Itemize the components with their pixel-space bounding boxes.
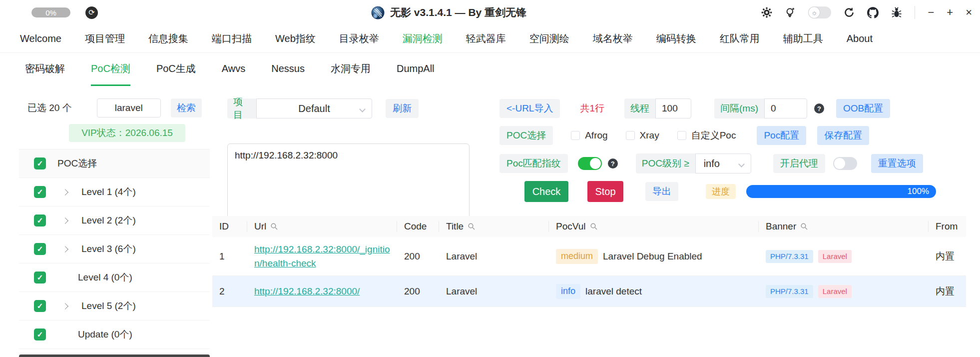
bug-icon[interactable] — [891, 7, 902, 18]
global-progress-pill: 0% — [31, 8, 70, 18]
nav-info-gather[interactable]: 信息搜集 — [148, 32, 188, 46]
result-url-link[interactable]: http://192.168.2.32:8000/_ignition/healt… — [254, 242, 397, 270]
cell-id: 1 — [212, 251, 247, 262]
nav-space-mapping[interactable]: 空间测绘 — [529, 32, 569, 46]
table-header: ID Url Code Title PocVul Banner — [212, 216, 966, 237]
poc-config-button[interactable]: Poc配置 — [757, 126, 806, 145]
tree-item-label: Update (0个) — [78, 328, 132, 341]
nav-vuln-scan[interactable]: 漏洞检测 — [403, 32, 443, 46]
url-import-button[interactable]: <-URL导入 — [499, 99, 560, 118]
app-title: 无影 v3.1.4.1 — By 重剑无锋 — [390, 6, 526, 20]
nav-about[interactable]: About — [847, 33, 873, 44]
results-table: ID Url Code Title PocVul Banner — [212, 216, 966, 307]
poc-search-button[interactable]: 检索 — [171, 98, 202, 118]
tree-item-level1[interactable]: ✓ Level 1 (4个) — [19, 178, 210, 206]
nav-light-weapons[interactable]: 轻武器库 — [466, 32, 506, 46]
theme-toggle[interactable]: ☼ — [808, 6, 831, 18]
search-icon[interactable] — [270, 222, 278, 230]
tree-item-level2[interactable]: ✓ Level 2 (2个) — [19, 206, 210, 235]
tree-item-level4[interactable]: ✓ Level 4 (0个) — [19, 264, 210, 292]
checkbox-checked-icon[interactable]: ✓ — [34, 243, 46, 255]
stop-button[interactable]: Stop — [587, 181, 623, 202]
fingerprint-match-toggle[interactable] — [578, 157, 602, 170]
nav-encode-convert[interactable]: 编码转换 — [656, 32, 696, 46]
table-row: 1 http://192.168.2.32:8000/_ignition/hea… — [212, 237, 966, 276]
afrog-checkbox-item[interactable]: Afrog — [571, 130, 607, 141]
chevron-right-icon[interactable] — [62, 303, 68, 310]
project-select[interactable]: Default — [256, 98, 372, 118]
lightbulb-icon[interactable] — [785, 7, 796, 18]
window-maximize-button[interactable]: + — [947, 7, 953, 18]
subtab-dumpall[interactable]: DumpAll — [397, 53, 435, 86]
nav-welcome[interactable]: Welcome — [20, 33, 61, 44]
cell-banner: PHP/7.3.31 Laravel — [759, 250, 929, 263]
refresh-button[interactable]: 刷新 — [386, 99, 419, 118]
subtab-nessus[interactable]: Nessus — [271, 53, 305, 86]
oob-config-button[interactable]: OOB配置 — [836, 99, 890, 118]
subtab-password-crack[interactable]: 密码破解 — [25, 53, 65, 86]
checkbox-unchecked-icon[interactable] — [677, 131, 686, 140]
subtab-awvs[interactable]: Awvs — [222, 53, 245, 86]
poc-level-select[interactable]: info — [695, 154, 751, 174]
window-close-button[interactable]: × — [966, 7, 972, 18]
proxy-toggle[interactable] — [833, 157, 857, 170]
result-url-link[interactable]: http://192.168.2.32:8000/ — [254, 284, 363, 298]
tree-item-level3[interactable]: ✓ Level 3 (6个) — [19, 235, 210, 264]
help-icon[interactable]: ? — [814, 104, 824, 114]
checkbox-checked-icon[interactable]: ✓ — [34, 272, 46, 284]
github-icon[interactable] — [867, 7, 879, 18]
save-config-button[interactable]: 保存配置 — [817, 126, 869, 145]
subtab-watering-hole[interactable]: 水洞专用 — [331, 53, 371, 86]
enable-proxy-button[interactable]: 开启代理 — [773, 154, 825, 173]
checkbox-checked-icon[interactable]: ✓ — [34, 158, 46, 170]
nav-domain-enum[interactable]: 域名枚举 — [593, 32, 633, 46]
xray-checkbox-item[interactable]: Xray — [626, 130, 659, 141]
checkbox-checked-icon[interactable]: ✓ — [34, 328, 46, 340]
custom-poc-checkbox-item[interactable]: 自定义Poc — [677, 129, 736, 142]
nav-redteam-common[interactable]: 红队常用 — [720, 32, 760, 46]
search-icon[interactable] — [590, 222, 598, 230]
chevron-right-icon[interactable] — [62, 218, 68, 224]
nav-web-fingerprint[interactable]: Web指纹 — [275, 32, 316, 46]
poc-select-button[interactable]: POC选择 — [499, 126, 553, 145]
tree-item-level5[interactable]: ✓ Level 5 (2个) — [19, 292, 210, 320]
checkbox-unchecked-icon[interactable] — [571, 131, 580, 140]
chevron-right-icon[interactable] — [62, 189, 68, 196]
reload-icon[interactable]: ⟳ — [85, 6, 98, 19]
poc-fingerprint-match-button[interactable]: Poc匹配指纹 — [499, 154, 568, 173]
reset-options-button[interactable]: 重置选项 — [871, 154, 923, 173]
thread-count-input[interactable] — [655, 98, 691, 118]
settings-gear-icon[interactable] — [761, 7, 772, 18]
tree-item-poc-select[interactable]: ✓ POC选择 — [19, 150, 210, 178]
checkbox-unchecked-icon[interactable] — [626, 131, 635, 140]
selected-count-label: 已选 20 个 — [27, 102, 72, 114]
banner-badge: PHP/7.3.31 — [766, 285, 813, 298]
help-icon[interactable]: ? — [608, 158, 618, 168]
check-button[interactable]: Check — [524, 181, 568, 202]
interval-input[interactable] — [764, 98, 807, 118]
checkbox-checked-icon[interactable]: ✓ — [34, 186, 46, 198]
poc-search-input[interactable] — [97, 98, 161, 118]
horizontal-scrollbar[interactable] — [19, 354, 210, 357]
target-url-textarea[interactable]: http://192.168.2.32:8000 — [227, 144, 470, 224]
search-icon[interactable] — [468, 222, 476, 230]
subtab-poc-generate[interactable]: PoC生成 — [156, 53, 196, 86]
subtab-poc-detect[interactable]: PoC检测 — [91, 53, 130, 86]
nav-aux-tools[interactable]: 辅助工具 — [783, 32, 823, 46]
tree-item-update[interactable]: ✓ Update (0个) — [19, 320, 210, 349]
sync-icon[interactable] — [844, 7, 855, 18]
cell-code: 200 — [397, 251, 439, 262]
nav-port-scan[interactable]: 端口扫描 — [212, 32, 252, 46]
nav-project-manage[interactable]: 项目管理 — [85, 32, 125, 46]
export-button[interactable]: 导出 — [645, 182, 678, 201]
search-icon[interactable] — [800, 222, 808, 230]
cell-url: http://192.168.2.32:8000/ — [247, 284, 397, 298]
checkbox-checked-icon[interactable]: ✓ — [34, 214, 46, 226]
window-minimize-button[interactable]: − — [928, 7, 934, 18]
chevron-right-icon[interactable] — [62, 246, 68, 252]
col-label: Banner — [766, 221, 796, 232]
col-label: Url — [254, 221, 266, 232]
checkbox-checked-icon[interactable]: ✓ — [34, 300, 46, 312]
nav-dir-enum[interactable]: 目录枚举 — [339, 32, 379, 46]
title-bar: 0% ⟳ 无影 v3.1.4.1 — By 重剑无锋 — [0, 0, 980, 25]
